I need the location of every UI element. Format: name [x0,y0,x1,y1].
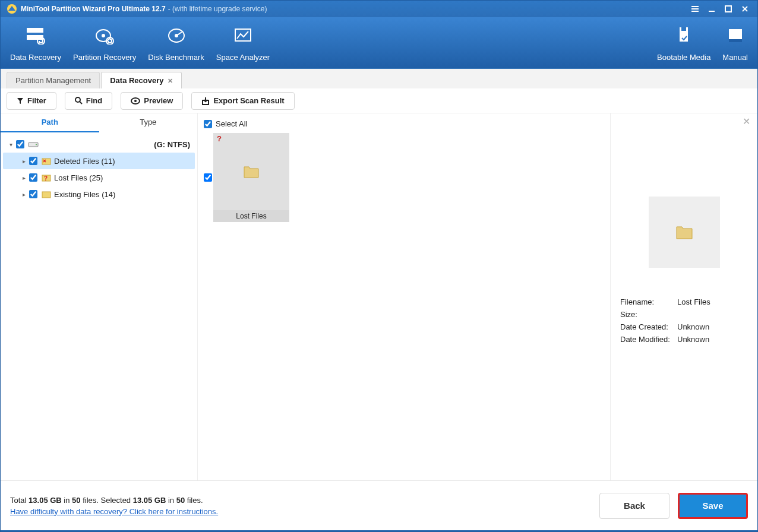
deleted-folder-icon [41,157,52,165]
tab-close-icon[interactable]: ✕ [168,77,173,84]
panel-close-icon[interactable]: ✕ [743,116,750,127]
space-analyzer-icon [216,24,270,47]
select-all-checkbox[interactable] [204,120,212,128]
workspace-tabs: Partition Management Data Recovery✕ [1,68,757,88]
drive-label: (G: NTFS) [154,140,195,149]
meta-label: Date Modified: [620,335,677,344]
svg-point-15 [75,97,80,102]
preview-button[interactable]: Preview [121,92,183,110]
details-meta: Filename:Lost Files Size: Date Created:U… [620,297,748,344]
results-panel: Select All ? Lost Files [198,113,610,480]
chevron-right-icon[interactable]: ▸ [20,191,28,198]
svg-point-17 [134,100,137,102]
tree-item-label: Lost Files (25) [54,173,103,182]
tree-deleted-files[interactable]: ▸ Deleted Files (11) [3,153,195,169]
chevron-right-icon[interactable]: ▸ [20,175,28,181]
tree-checkbox[interactable] [16,140,24,148]
tree-item-label: Deleted Files (11) [54,157,115,166]
folder-icon [41,190,52,198]
ribbon-disk-benchmark[interactable]: Disk Benchmark [142,23,210,63]
tree-item-label: Existing Files (14) [54,190,115,199]
svg-rect-1 [725,6,731,12]
details-panel: ✕ Filename:Lost Files Size: Date Created… [610,113,757,480]
partition-recovery-icon [73,24,136,47]
chevron-down-icon[interactable]: ▾ [7,141,15,148]
tree-lost-files[interactable]: ▸ ? Lost Files (25) [3,169,195,186]
svg-point-6 [102,34,105,37]
meta-value: Unknown [677,335,709,344]
meta-label: Filename: [620,297,677,306]
tree-checkbox[interactable] [29,173,37,182]
question-badge-icon: ? [217,134,222,143]
tree-checkbox[interactable] [29,157,37,165]
ribbon-toolbar: Data Recovery Partition Recovery Disk Be… [1,17,757,68]
thumbnail-preview: ? [213,133,289,210]
app-title: MiniTool Partition Wizard Pro Ultimate 1… [21,5,166,13]
tree-checkbox[interactable] [29,190,37,198]
export-button[interactable]: Export Scan Result [191,92,294,110]
data-recovery-icon [10,24,61,47]
app-subtitle: - (with lifetime upgrade service) [168,5,267,13]
meta-label: Size: [620,310,677,319]
svg-text:?: ? [44,175,48,182]
find-button[interactable]: Find [65,92,112,110]
ribbon-partition-recovery[interactable]: Partition Recovery [67,23,142,63]
save-button[interactable]: Save [678,493,748,519]
drive-icon [28,141,39,148]
manual-icon [722,24,748,47]
thumbnail-item[interactable]: ? Lost Files [204,133,604,222]
help-link[interactable]: Have difficulty with data recovery? Clic… [10,507,218,516]
tab-data-recovery[interactable]: Data Recovery✕ [101,72,181,88]
tree-existing-files[interactable]: ▸ Existing Files (14) [3,186,195,202]
file-tree: ▾ (G: NTFS) ▸ Deleted Files (11) ▸ ? Los… [1,132,197,206]
chevron-right-icon[interactable]: ▸ [20,158,28,164]
maximize-icon[interactable] [722,2,735,15]
disk-benchmark-icon [148,24,204,47]
ribbon-bootable-media[interactable]: Bootable Media [651,23,716,63]
lost-folder-icon: ? [41,173,52,182]
ribbon-space-analyzer[interactable]: Space Analyzer [210,23,276,63]
tree-panel: Path Type ▾ (G: NTFS) ▸ Deleted Files (1… [1,113,198,480]
action-toolbar: Filter Find Preview Export Scan Result [1,88,757,113]
details-preview [649,197,720,268]
ribbon-manual[interactable]: Manual [716,23,754,63]
tree-subtabs: Path Type [1,113,197,132]
svg-rect-10 [235,29,251,41]
content-area: Path Type ▾ (G: NTFS) ▸ Deleted Files (1… [1,113,757,480]
thumbnail-checkbox[interactable] [204,173,212,182]
meta-value: Unknown [677,322,709,331]
select-all[interactable]: Select All [204,119,604,128]
footer-bar: Total 13.05 GB in 50 files. Selected 13.… [1,480,757,530]
minimize-icon[interactable] [705,2,718,15]
folder-icon [243,164,260,179]
svg-rect-24 [42,192,50,198]
subtab-path[interactable]: Path [1,113,99,132]
svg-rect-14 [729,39,742,42]
footer-summary: Total 13.05 GB in 50 files. Selected 13.… [10,496,218,505]
tab-partition-management[interactable]: Partition Management [7,72,100,88]
close-icon[interactable] [738,2,751,15]
meta-label: Date Created: [620,322,677,331]
back-button[interactable]: Back [599,493,669,519]
ribbon-data-recovery[interactable]: Data Recovery [4,23,67,63]
meta-value: Lost Files [677,297,710,306]
app-icon [7,4,17,14]
tree-root-drive[interactable]: ▾ (G: NTFS) [3,136,195,153]
menu-icon[interactable] [688,2,702,15]
title-bar: MiniTool Partition Wizard Pro Ultimate 1… [1,1,757,17]
filter-button[interactable]: Filter [7,92,56,110]
subtab-type[interactable]: Type [99,113,198,132]
svg-point-20 [36,144,37,145]
folder-icon [675,224,693,240]
svg-rect-2 [27,28,43,33]
thumbnail-label: Lost Files [213,210,289,222]
bootable-media-icon [657,24,710,47]
svg-rect-12 [681,27,686,31]
